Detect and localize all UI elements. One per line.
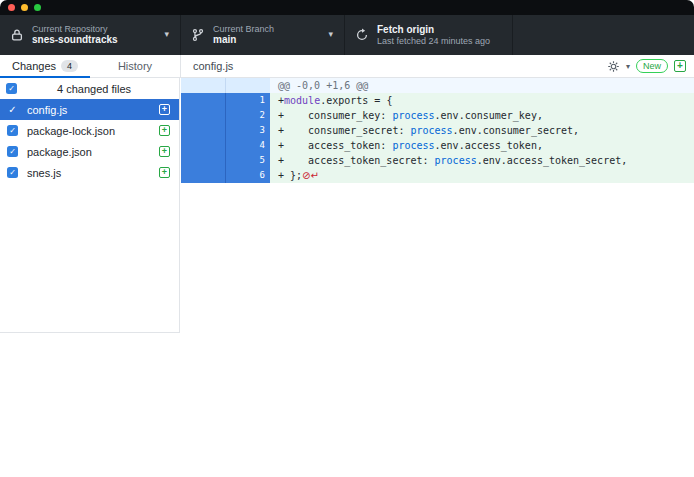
diff-lines: 1+module.exports = {2+ consumer_key: pro… [181, 93, 694, 183]
lock-icon [10, 28, 24, 42]
tab-history[interactable]: History [90, 55, 180, 77]
code-segment-error: ⊘↵ [302, 170, 319, 181]
github-desktop-window: Current Repository snes-soundtracks ▾ Cu… [0, 0, 694, 477]
plus-square-icon: + [159, 104, 170, 115]
code-segment-plain: .env.consumer_secret, [453, 125, 579, 136]
code-segment-builtin: process [392, 110, 434, 121]
window-titlebar [0, 0, 694, 15]
gutter-new-line-number[interactable]: 1 [225, 93, 270, 108]
file-checkbox[interactable]: ✓ [7, 125, 18, 136]
diff-added-line[interactable]: 5+ access_token_secret: process.env.acce… [181, 153, 694, 168]
diff-added-line[interactable]: 1+module.exports = { [181, 93, 694, 108]
code-line: + access_token_secret: process.env.acces… [270, 153, 694, 168]
file-checkbox[interactable]: ✓ [7, 146, 18, 157]
file-row[interactable]: ✓package-lock.json+ [0, 120, 179, 141]
gutter-old-line[interactable] [181, 123, 225, 138]
sidebar-tabs: Changes 4 History [0, 55, 180, 77]
file-name: package.json [27, 146, 150, 158]
current-branch-dropdown[interactable]: Current Branch main ▾ [181, 15, 345, 55]
diff-added-line[interactable]: 3+ consumer_secret: process.env.consumer… [181, 123, 694, 138]
code-line: +module.exports = { [270, 93, 694, 108]
code-segment-plain: .env.access_token, [435, 140, 543, 151]
fetch-sublabel: Last fetched 24 minutes ago [377, 36, 490, 46]
code-segment-builtin: process [410, 125, 452, 136]
code-segment-plain: + access_token: [278, 140, 392, 151]
file-checkbox[interactable]: ✓ [7, 104, 18, 115]
diff-viewer: @@ -0,0 +1,6 @@ 1+module.exports = {2+ c… [181, 78, 694, 183]
gutter-old-line[interactable] [181, 168, 225, 183]
chevron-down-icon: ▾ [164, 29, 169, 39]
diff-file-header: config.js ▾ New + [180, 55, 694, 77]
zoom-window-button[interactable] [34, 4, 41, 11]
gear-icon[interactable] [607, 60, 620, 73]
code-segment-plain: .exports = { [320, 95, 392, 106]
hunk-gutter-new [225, 78, 270, 93]
gutter-old-line[interactable] [181, 153, 225, 168]
close-window-button[interactable] [8, 4, 15, 11]
tab-changes[interactable]: Changes 4 [0, 55, 90, 77]
hunk-header-text: @@ -0,0 +1,6 @@ [270, 78, 694, 93]
code-segment-plain: + access_token_secret: [278, 155, 435, 166]
file-name: config.js [27, 104, 150, 116]
hunk-header-row[interactable]: @@ -0,0 +1,6 @@ [181, 78, 694, 93]
code-segment-keyword: module [284, 95, 320, 106]
gutter-new-line-number[interactable]: 6 [225, 168, 270, 183]
diff-added-line[interactable]: 4+ access_token: process.env.access_toke… [181, 138, 694, 153]
code-segment-plain: .env.consumer_key, [435, 110, 543, 121]
repository-name: snes-soundtracks [32, 34, 118, 46]
toolbar-spacer [513, 15, 694, 55]
code-line: + consumer_key: process.env.consumer_key… [270, 108, 694, 123]
file-row[interactable]: ✓package.json+ [0, 141, 179, 162]
hunk-gutter-old [181, 78, 225, 93]
code-segment-plain: .env.access_token_secret, [477, 155, 628, 166]
code-segment-plain: + }; [278, 170, 302, 181]
changes-count-badge: 4 [61, 60, 78, 72]
code-segment-plain: + consumer_secret: [278, 125, 410, 136]
plus-square-icon: + [159, 146, 170, 157]
plus-square-icon: + [159, 125, 170, 136]
chevron-down-icon: ▾ [328, 29, 333, 39]
file-row[interactable]: ✓config.js+ [0, 99, 179, 120]
expand-diff-icon[interactable]: + [674, 60, 686, 72]
code-segment-builtin: process [392, 140, 434, 151]
gutter-new-line-number[interactable]: 5 [225, 153, 270, 168]
gutter-new-line-number[interactable]: 4 [225, 138, 270, 153]
gutter-new-line-number[interactable]: 2 [225, 108, 270, 123]
code-line: + access_token: process.env.access_token… [270, 138, 694, 153]
git-branch-icon [191, 28, 205, 42]
repository-label: Current Repository [32, 24, 118, 34]
file-name: snes.js [27, 167, 150, 179]
diff-file-title: config.js [193, 60, 233, 72]
current-repository-dropdown[interactable]: Current Repository snes-soundtracks ▾ [0, 15, 181, 55]
sync-icon [355, 28, 369, 42]
diff-added-line[interactable]: 6+ };⊘↵ [181, 168, 694, 183]
fetch-origin-button[interactable]: Fetch origin Last fetched 24 minutes ago [345, 15, 513, 55]
code-segment-plain: + consumer_key: [278, 110, 392, 121]
gutter-old-line[interactable] [181, 93, 225, 108]
gutter-new-line-number[interactable]: 3 [225, 123, 270, 138]
gutter-old-line[interactable] [181, 138, 225, 153]
code-segment-builtin: process [435, 155, 477, 166]
file-list: ✓config.js+✓package-lock.json+✓package.j… [0, 99, 179, 183]
branch-name: main [213, 34, 274, 46]
select-all-checkbox[interactable]: ✓ [6, 83, 17, 94]
tab-history-label: History [118, 60, 152, 72]
header-row: Changes 4 History config.js ▾ New + [0, 55, 694, 78]
code-line: + consumer_secret: process.env.consumer_… [270, 123, 694, 138]
diff-added-line[interactable]: 2+ consumer_key: process.env.consumer_ke… [181, 108, 694, 123]
toolbar: Current Repository snes-soundtracks ▾ Cu… [0, 15, 694, 55]
commit-form: Commit to main [0, 333, 180, 477]
file-checkbox[interactable]: ✓ [7, 167, 18, 178]
fetch-label: Fetch origin [377, 24, 490, 36]
branch-label: Current Branch [213, 24, 274, 34]
minimize-window-button[interactable] [21, 4, 28, 11]
changed-files-count: 4 changed files [17, 83, 171, 95]
file-name: package-lock.json [27, 125, 150, 137]
gutter-old-line[interactable] [181, 108, 225, 123]
code-line: + };⊘↵ [270, 168, 694, 183]
file-row[interactable]: ✓snes.js+ [0, 162, 179, 183]
new-file-badge: New [636, 59, 668, 73]
chevron-down-icon[interactable]: ▾ [626, 62, 630, 71]
tab-changes-label: Changes [12, 60, 56, 72]
changed-files-header: ✓ 4 changed files [0, 78, 179, 99]
